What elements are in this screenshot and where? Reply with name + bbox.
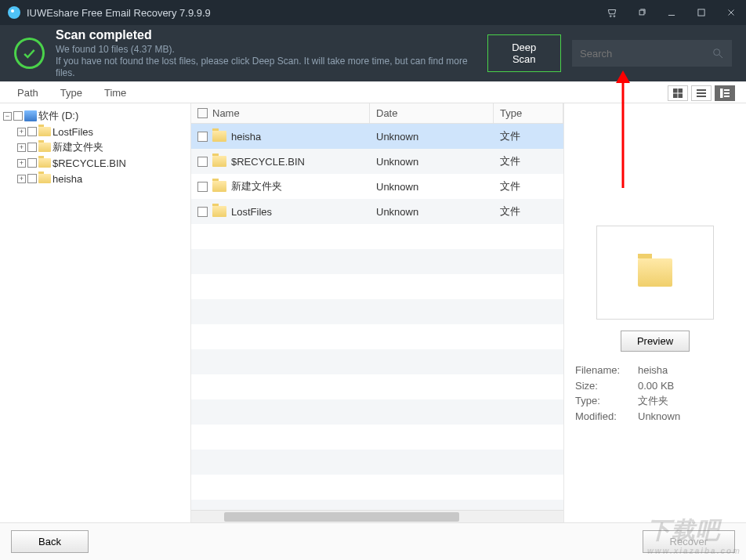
row-checkbox[interactable] [197, 182, 208, 192]
horizontal-scrollbar[interactable] [191, 510, 563, 522]
tree-item[interactable]: + heisha [3, 171, 187, 186]
row-checkbox[interactable] [197, 207, 208, 217]
table-body: heisha Unknown 文件 $RECYCLE.BIN Unknown 文… [191, 124, 563, 510]
search-icon [712, 47, 724, 60]
table-row[interactable]: $RECYCLE.BIN Unknown 文件 [191, 149, 563, 174]
svg-rect-9 [673, 89, 677, 92]
folder-tree[interactable]: − 软件 (D:) + LostFiles + 新建文件夹 + $RECYCLE… [0, 103, 191, 522]
search-input[interactable] [580, 48, 712, 60]
expand-icon[interactable]: + [17, 128, 26, 136]
file-properties: Filename:heisha Size:0.00 KB Type:文件夹 Mo… [575, 363, 735, 424]
folder-large-icon [638, 258, 672, 287]
tab-bar: Path Type Time [0, 81, 746, 103]
folder-icon [212, 206, 226, 217]
search-box[interactable] [572, 40, 732, 67]
empty-rows [191, 224, 563, 510]
cell-name: heisha [231, 131, 261, 143]
cell-type: 文件 [494, 129, 563, 143]
cell-name: LostFiles [231, 206, 272, 218]
tab-type[interactable]: Type [49, 83, 93, 103]
collapse-icon[interactable]: − [3, 112, 12, 121]
tree-item[interactable]: + LostFiles [3, 124, 187, 139]
tree-checkbox[interactable] [27, 143, 37, 152]
prop-modified-label: Modified: [575, 409, 632, 425]
svg-point-7 [714, 49, 720, 56]
expand-icon[interactable]: + [17, 175, 26, 183]
recover-button[interactable]: Recover [643, 530, 735, 553]
svg-rect-4 [698, 9, 704, 16]
tree-item-label: 新建文件夹 [53, 140, 103, 154]
scrollbar-thumb[interactable] [224, 512, 459, 522]
tree-checkbox[interactable] [13, 111, 23, 121]
tree-item[interactable]: + 新建文件夹 [3, 139, 187, 155]
row-checkbox[interactable] [197, 132, 208, 142]
tab-time[interactable]: Time [93, 83, 137, 103]
svg-rect-10 [679, 89, 683, 92]
tree-checkbox[interactable] [27, 158, 37, 168]
checkmark-circle-icon [14, 38, 45, 69]
tab-path[interactable]: Path [6, 83, 49, 103]
footer: Back Recover [0, 522, 746, 560]
tree-item-label: heisha [53, 173, 82, 185]
svg-point-0 [610, 16, 611, 17]
prop-type-label: Type: [575, 393, 632, 409]
app-logo-icon [8, 6, 20, 19]
cell-type: 文件 [494, 204, 563, 219]
back-button[interactable]: Back [11, 530, 89, 553]
minimize-icon[interactable] [657, 0, 686, 25]
folder-icon [212, 181, 226, 192]
svg-point-1 [614, 16, 615, 17]
table-row[interactable]: heisha Unknown 文件 [191, 124, 563, 149]
tree-checkbox[interactable] [27, 174, 37, 183]
tree-item[interactable]: + $RECYCLE.BIN [3, 155, 187, 171]
tree-checkbox[interactable] [27, 127, 37, 136]
prop-filename-label: Filename: [575, 363, 632, 378]
scan-status-text: Scan completed We found 10 files (4.37 M… [56, 28, 476, 79]
row-checkbox[interactable] [197, 157, 208, 167]
close-icon[interactable] [716, 0, 746, 25]
scan-status-line1: We found 10 files (4.37 MB). [56, 44, 476, 56]
file-list: Name Date Type heisha Unknown 文件 $RECYCL… [191, 103, 564, 522]
deep-scan-button[interactable]: Deep Scan [487, 34, 561, 72]
window-title: IUWEshare Free Email Recovery 7.9.9.9 [27, 7, 211, 19]
cell-date: Unknown [370, 181, 494, 193]
cell-name: 新建文件夹 [231, 179, 282, 193]
svg-rect-16 [720, 89, 722, 98]
folder-icon [38, 127, 51, 136]
title-bar: IUWEshare Free Email Recovery 7.9.9.9 [0, 0, 746, 25]
svg-line-8 [719, 55, 722, 58]
expand-icon[interactable]: + [17, 143, 26, 152]
cell-date: Unknown [370, 156, 494, 168]
tree-item-label: LostFiles [53, 126, 93, 138]
folder-icon [38, 143, 51, 152]
view-details-button[interactable] [715, 85, 735, 101]
cell-name: $RECYCLE.BIN [231, 156, 305, 168]
cell-date: Unknown [370, 131, 494, 143]
maximize-icon[interactable] [686, 0, 716, 25]
table-row[interactable]: LostFiles Unknown 文件 [191, 199, 563, 224]
folder-icon [38, 158, 51, 168]
cart-icon[interactable] [597, 0, 627, 25]
view-large-icons-button[interactable] [668, 85, 688, 101]
scan-status-header: Scan completed We found 10 files (4.37 M… [0, 25, 746, 81]
column-name[interactable]: Name [191, 103, 370, 123]
drive-icon [24, 110, 37, 121]
preview-thumbnail [596, 226, 714, 320]
prop-size-value: 0.00 KB [638, 378, 674, 394]
table-row[interactable]: 新建文件夹 Unknown 文件 [191, 174, 563, 199]
column-date[interactable]: Date [370, 103, 494, 123]
expand-icon[interactable]: + [17, 159, 26, 168]
tree-item-label: $RECYCLE.BIN [53, 157, 126, 169]
prop-modified-value: Unknown [638, 409, 680, 425]
folder-icon [38, 174, 51, 183]
tree-root-label: 软件 (D:) [38, 109, 78, 123]
column-type[interactable]: Type [494, 103, 563, 123]
tree-root[interactable]: − 软件 (D:) [3, 108, 187, 124]
preview-button[interactable]: Preview [621, 331, 690, 352]
view-list-button[interactable] [691, 85, 712, 101]
svg-rect-11 [673, 94, 677, 98]
cell-type: 文件 [494, 179, 563, 193]
restore-window-icon[interactable] [627, 0, 657, 25]
select-all-checkbox[interactable] [197, 108, 208, 118]
column-name-label: Name [212, 107, 240, 119]
